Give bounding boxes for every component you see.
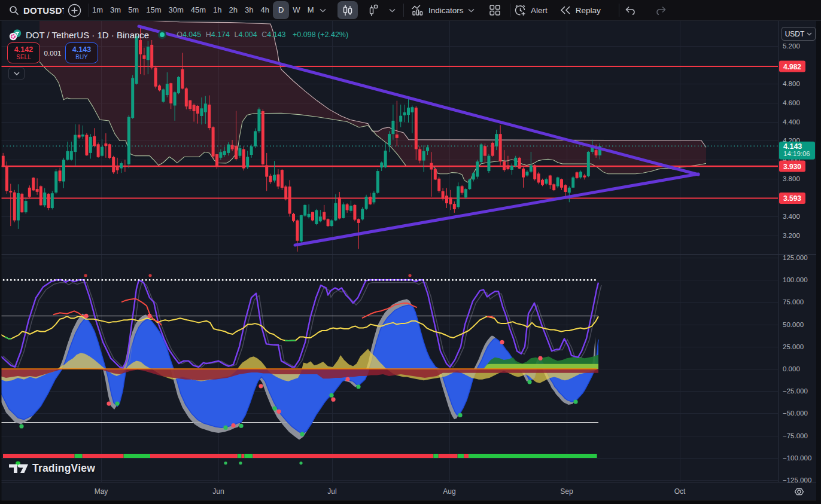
osc-tick-label: −100.000 [783, 454, 811, 462]
buy-signal-dot [19, 424, 23, 428]
time-tick-label: Jun [212, 487, 224, 496]
osc-tick-label: −25.000 [783, 387, 808, 395]
timeframe-2h[interactable]: 2h [226, 1, 241, 19]
osc-tick-label: −50.000 [783, 410, 808, 417]
tradingview-mark-icon [8, 461, 29, 475]
timeframe-3m[interactable]: 3m [107, 1, 124, 19]
price-tick-label: 3.800 [783, 175, 800, 182]
trend-strip-segment [464, 454, 469, 458]
plus-circle-icon [68, 4, 81, 17]
currency-selector[interactable]: USDT [782, 27, 816, 41]
trend-strip-segment [124, 454, 150, 458]
timeframe-45m[interactable]: 45m [187, 1, 209, 19]
divergence-dot [148, 274, 151, 277]
trend-strip-segment [469, 454, 597, 458]
timeframe-15m[interactable]: 15m [142, 1, 165, 19]
chart-type-button[interactable] [363, 2, 383, 19]
time-tick-label: Oct [674, 487, 686, 496]
osc-tick-label: 75.000 [783, 298, 804, 306]
sell-signal-dot [276, 410, 281, 414]
timeframe-M[interactable]: M [304, 1, 318, 19]
chevron-down-icon [14, 72, 20, 75]
alert-label: Alert [531, 6, 548, 15]
osc-tick-label: 100.000 [783, 276, 808, 283]
timeframe-30m[interactable]: 30m [165, 1, 187, 19]
trend-strip-segment [458, 454, 464, 458]
buy-button[interactable]: 4.143 BUY [65, 42, 98, 63]
price-tick-label: 3.200 [783, 232, 800, 239]
momentum-green-area [484, 364, 598, 369]
candlestick-icon [342, 4, 354, 16]
timeframe-D[interactable]: D [273, 1, 289, 19]
replay-label: Replay [576, 6, 601, 15]
sell-signal-dot [331, 398, 335, 402]
alert-clock-icon [514, 4, 527, 17]
symbol-name[interactable]: DOTUSDT [23, 5, 64, 16]
buy-signal-dot [239, 424, 243, 428]
chart-canvas[interactable]: 5.2004.8004.6004.4004.2004.0003.8003.400… [0, 0, 821, 504]
sell-signal-dot [107, 401, 111, 405]
divergence-dot [408, 274, 411, 277]
buy-signal-dot [272, 407, 276, 411]
trend-strip-segment [253, 454, 433, 458]
osc-tick-label: −125.000 [783, 476, 811, 484]
undo-button[interactable] [620, 2, 641, 19]
time-tick-label: Jul [327, 487, 336, 496]
rsi-green-segment [285, 340, 296, 341]
timeframe-4h[interactable]: 4h [257, 1, 272, 19]
buy-signal-dot [573, 399, 577, 404]
indicators-label: Indicators [428, 6, 464, 15]
polkadot-logo-icon [10, 33, 17, 41]
strip-signal-dot [224, 462, 227, 465]
osc-tick-label: 25.000 [783, 343, 804, 350]
tradingview-logo[interactable]: TradingView [8, 461, 95, 475]
layout-grid-button[interactable] [485, 2, 505, 19]
timeframe-W[interactable]: W [289, 1, 303, 19]
spread-value: 0.001 [40, 50, 65, 57]
toolbar-separator [619, 4, 619, 17]
legend-title[interactable]: DOT / TetherUS · 1D · Binance [26, 30, 149, 40]
grid-layout-icon [489, 4, 501, 16]
chevron-down-icon [320, 8, 326, 13]
divergence-dot [84, 274, 87, 277]
trend-strip-segment [244, 454, 253, 458]
trend-strip-segment [3, 454, 75, 458]
chart-type-menu-button[interactable] [387, 2, 398, 19]
trend-strip-segment [238, 454, 242, 458]
trend-strip-segment [75, 454, 83, 458]
timeframe-5m[interactable]: 5m [124, 1, 142, 19]
alert-button[interactable]: Alert [510, 2, 552, 19]
redo-button[interactable] [650, 2, 671, 19]
toolbar-separator [403, 4, 404, 17]
ohlc-values: O4.045 H4.174 L4.004 C4.143 +0.098 (+2.4… [177, 30, 348, 39]
timeframe-1m[interactable]: 1m [89, 1, 107, 19]
timeframe-menu-button[interactable] [317, 2, 329, 19]
indicators-button[interactable]: Indicators [407, 2, 479, 19]
trend-strip-segment [83, 454, 124, 458]
buy-signal-dot [356, 384, 360, 389]
time-tick-label: May [95, 487, 108, 496]
hollow-candle-icon [367, 4, 379, 17]
price-tick-label: 3.400 [783, 213, 800, 220]
pair-logo-icon [9, 29, 22, 41]
buy-signal-dot [300, 432, 304, 436]
collapse-trade-widget-button[interactable] [8, 68, 25, 80]
buy-signal-dot [458, 413, 462, 417]
symbol-search-button[interactable] [5, 2, 23, 19]
countdown-label: 14:19:06 [783, 150, 810, 157]
replay-rewind-icon [560, 5, 571, 15]
source-marker-icon [157, 30, 167, 39]
price-tick-label: 4.800 [783, 80, 800, 87]
chevron-down-icon [468, 8, 475, 13]
sell-button[interactable]: 4.142 SELL [7, 42, 40, 63]
replay-button[interactable]: Replay [555, 2, 605, 19]
chart-style-candles-button[interactable] [337, 1, 358, 19]
timeframe-3h[interactable]: 3h [241, 1, 257, 19]
trend-strip-segment [241, 454, 244, 458]
sell-signal-dot [231, 423, 235, 427]
strip-signal-dot [239, 462, 242, 465]
sell-signal-dot [500, 340, 504, 344]
timeframe-1h[interactable]: 1h [209, 1, 225, 19]
compare-add-button[interactable] [63, 2, 86, 19]
buy-signal-dot [527, 380, 531, 384]
